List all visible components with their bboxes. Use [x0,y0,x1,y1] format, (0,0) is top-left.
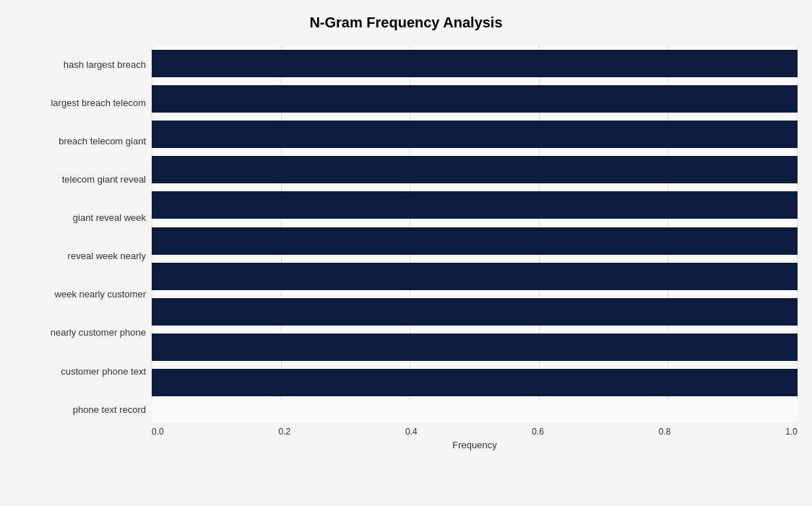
bar [152,227,798,255]
bar-row [152,188,798,223]
x-tick: 0.6 [532,427,544,437]
x-tick: 0.2 [278,427,290,437]
chart-area: hash largest breachlargest breach teleco… [14,45,798,450]
bar [152,298,798,326]
x-tick: 0.0 [152,427,164,437]
plot-area: 0.00.20.40.60.81.0 Frequency [152,45,798,450]
y-label: hash largest breach [14,59,146,71]
y-label: customer phone text [14,366,146,378]
y-label: week nearly customer [14,289,146,300]
bar [152,85,798,113]
y-label: phone text record [14,404,146,416]
bar-row [152,45,798,81]
x-tick: 1.0 [785,427,798,437]
x-axis: 0.00.20.40.60.81.0 [152,422,798,437]
bar-row [152,258,798,294]
chart-title: N-Gram Frequency Analysis [14,14,798,31]
bar-row [152,294,798,329]
bar [152,121,798,148]
bar-row [152,330,798,365]
y-label: largest breach telecom [14,97,146,109]
y-label: reveal week nearly [14,250,146,262]
x-tick: 0.4 [405,427,418,437]
bar-row [152,81,798,116]
y-label: nearly customer phone [14,327,146,339]
bar [152,191,798,219]
bar-row [152,116,798,152]
bar [152,50,798,77]
y-axis-labels: hash largest breachlargest breach teleco… [14,45,152,450]
y-label: breach telecom giant [14,136,146,147]
bars-wrapper [152,45,798,422]
bar [152,369,798,396]
bar [152,156,798,183]
y-label: giant reveal week [14,212,146,224]
bar-row [152,223,798,258]
bar [152,333,798,361]
bar-row [152,365,798,401]
bar-row [152,152,798,188]
x-axis-label: Frequency [152,440,798,450]
x-tick: 0.8 [659,427,671,437]
chart-container: N-Gram Frequency Analysis hash largest b… [0,0,812,506]
y-label: telecom giant reveal [14,174,146,186]
bar [152,263,798,290]
